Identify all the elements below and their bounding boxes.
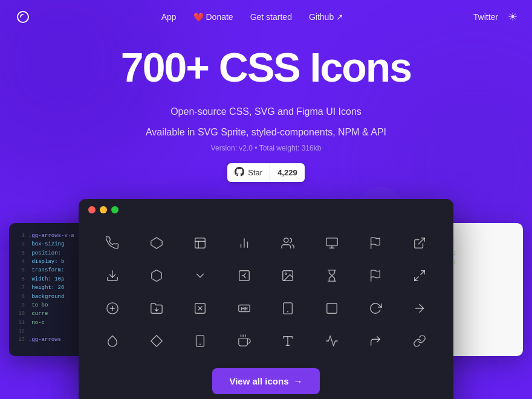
svg-point-7	[284, 238, 288, 242]
icon-plus-circle[interactable]	[91, 292, 135, 325]
icon-tablet[interactable]	[266, 292, 310, 325]
nav-twitter-link[interactable]: Twitter	[473, 12, 498, 22]
icon-type[interactable]	[266, 325, 310, 357]
hero-subtitle-1: Open-source CSS, SVG and Figma UI Icons	[24, 103, 508, 120]
icon-smartphone[interactable]	[178, 325, 222, 357]
icon-phone[interactable]	[91, 227, 135, 259]
view-all-label: View all icons	[229, 376, 288, 386]
preview-section: 1.gg-arrows-v·a 2 box-sizing 3 position:…	[79, 199, 453, 399]
theme-toggle-icon[interactable]: ☀	[508, 10, 517, 24]
svg-rect-8	[326, 238, 337, 246]
icon-activity[interactable]	[310, 325, 354, 357]
icon-users[interactable]	[266, 227, 310, 259]
icon-image[interactable]	[266, 259, 310, 292]
svg-marker-31	[151, 336, 162, 346]
nav-app-link[interactable]: App	[161, 12, 177, 22]
hero-section: 700+ CSS Icons Open-source CSS, SVG and …	[0, 34, 532, 199]
view-all-button[interactable]: View all icons →	[212, 368, 319, 394]
icon-x-square[interactable]	[178, 292, 222, 325]
nav-github-link[interactable]: Github ↗	[309, 12, 343, 22]
hero-version: Version: v2.0 • Total weight: 316kb	[24, 144, 508, 152]
icon-folder[interactable]	[135, 292, 179, 325]
window-titlebar	[79, 199, 453, 221]
svg-rect-29	[327, 303, 337, 314]
github-star-button[interactable]: Star 4,229	[227, 163, 304, 182]
icon-hourglass[interactable]	[310, 259, 354, 292]
main-preview-window: View all icons →	[79, 199, 453, 399]
svg-rect-27	[284, 303, 293, 314]
icon-flag[interactable]	[354, 227, 398, 259]
window-maximize-dot	[111, 206, 118, 213]
svg-rect-1	[195, 238, 206, 248]
icon-maximize[interactable]	[398, 259, 442, 292]
nav-links: App ❤️ Donate Get started Github ↗	[161, 12, 343, 22]
hero-subtitle-2: Available in SVG Sprite, styled-componen…	[24, 124, 508, 140]
icon-4k[interactable]	[222, 292, 267, 325]
svg-line-19	[415, 277, 418, 281]
nav-right: Twitter ☀	[473, 10, 517, 24]
icon-square[interactable]	[310, 292, 354, 325]
icon-box[interactable]	[135, 259, 179, 292]
icon-diamond[interactable]	[135, 325, 179, 357]
window-minimize-dot	[100, 206, 107, 213]
icon-external-link[interactable]	[398, 227, 442, 259]
svg-line-18	[421, 271, 424, 274]
icon-droplet[interactable]	[91, 325, 135, 357]
svg-point-16	[285, 273, 287, 274]
icon-link[interactable]	[398, 325, 442, 357]
icon-chevron-down[interactable]	[178, 259, 222, 292]
svg-line-12	[418, 238, 424, 244]
icon-corner-up-right[interactable]	[354, 325, 398, 357]
icon-download[interactable]	[91, 259, 135, 292]
window-close-dot	[88, 206, 96, 213]
icon-monitor[interactable]	[310, 227, 354, 259]
view-all-arrow: →	[294, 376, 303, 386]
github-star-left: Star	[227, 163, 270, 182]
icon-layout[interactable]	[178, 227, 222, 259]
github-icon	[235, 167, 244, 178]
nav-get-started-link[interactable]: Get started	[250, 12, 292, 22]
icon-flag-2[interactable]	[354, 259, 398, 292]
icon-k-key[interactable]	[222, 259, 267, 292]
page-title: 700+ CSS Icons	[24, 46, 508, 89]
icon-arrow-right[interactable]	[398, 292, 442, 325]
svg-rect-32	[196, 336, 204, 346]
star-count: 4,229	[270, 164, 305, 181]
icon-cup[interactable]	[222, 325, 267, 357]
star-label: Star	[248, 168, 262, 177]
icons-grid	[79, 221, 453, 363]
navbar: App ❤️ Donate Get started Github ↗ Twitt…	[0, 0, 532, 34]
icon-hexagon[interactable]	[135, 227, 179, 259]
icon-refresh[interactable]	[354, 292, 398, 325]
icon-bar-chart[interactable]	[222, 227, 267, 259]
svg-rect-14	[239, 271, 250, 281]
svg-marker-0	[151, 238, 162, 248]
logo[interactable]	[15, 8, 31, 25]
nav-donate-link[interactable]: ❤️ Donate	[193, 12, 233, 22]
